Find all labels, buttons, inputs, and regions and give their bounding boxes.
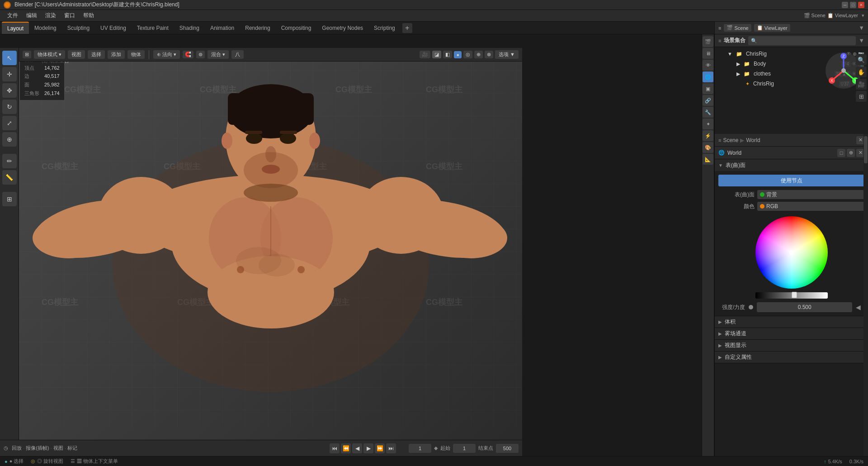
- tab-shading[interactable]: Shading: [174, 22, 205, 34]
- render-mode-button[interactable]: 🎥: [420, 51, 430, 58]
- tab-compositing[interactable]: Compositing: [276, 22, 317, 34]
- props-tab-physics[interactable]: ⚡: [703, 130, 713, 141]
- step-back-button[interactable]: ⏪: [341, 443, 351, 453]
- props-tab-render[interactable]: 🎬: [703, 36, 713, 47]
- add-workspace-button[interactable]: +: [402, 23, 412, 33]
- breadcrumb-world[interactable]: World: [746, 137, 760, 143]
- intensity-input[interactable]: [757, 302, 852, 312]
- menu-item-render[interactable]: 渲染: [42, 11, 60, 20]
- tab-animation[interactable]: Animation: [205, 22, 240, 34]
- world-copy-btn[interactable]: ⊕: [847, 149, 855, 157]
- select-menu-button[interactable]: 选择: [88, 50, 105, 59]
- props-tab-object[interactable]: ▣: [703, 83, 713, 94]
- brightness-bar[interactable]: [755, 292, 828, 299]
- collection-view-button[interactable]: ⊞: [856, 91, 867, 102]
- tab-scripting[interactable]: Scripting: [368, 22, 401, 34]
- tl-keyframe-label[interactable]: 报像(插帧): [26, 445, 49, 452]
- props-tab-modifier[interactable]: 🔧: [703, 107, 713, 118]
- tab-modeling[interactable]: Modeling: [29, 22, 62, 34]
- fog-section-header[interactable]: ▶ 雾场通道: [715, 328, 868, 340]
- filter-button[interactable]: ▼: [859, 24, 864, 31]
- color-wheel[interactable]: [755, 216, 828, 289]
- tl-marker-label[interactable]: 标记: [67, 445, 77, 452]
- tab-uv-editing[interactable]: UV Editing: [95, 22, 132, 34]
- tl-view-label[interactable]: 视图: [53, 445, 63, 452]
- current-frame-input[interactable]: [409, 444, 431, 453]
- tool-scale[interactable]: ⤢: [2, 116, 17, 130]
- tool-annotate[interactable]: ✏: [2, 154, 17, 168]
- props-tab-view[interactable]: 👁: [703, 60, 713, 71]
- props-tab-output[interactable]: 🖥: [703, 48, 713, 59]
- start-frame-input[interactable]: [453, 444, 476, 453]
- tool-select[interactable]: ↖: [2, 51, 17, 65]
- scene-selector[interactable]: 🎬 Scene: [804, 13, 826, 19]
- menu-item-file[interactable]: 文件: [4, 11, 22, 20]
- tab-rendering[interactable]: Rendering: [240, 22, 275, 34]
- zoom-out-button[interactable]: ✋: [856, 67, 867, 77]
- surface-value[interactable]: 背景: [757, 190, 864, 199]
- view-menu-button[interactable]: 视图: [68, 50, 85, 59]
- engine-selector[interactable]: ▾: [862, 13, 864, 19]
- tool-measure[interactable]: 📏: [2, 170, 17, 185]
- viewport-overlay-button[interactable]: ⊕: [474, 51, 483, 58]
- tool-move[interactable]: ✥: [2, 83, 17, 98]
- object-mode-button[interactable]: 物体模式 ▾: [34, 50, 65, 59]
- volume-section-header[interactable]: ▶ 体积: [715, 316, 868, 328]
- play-reverse-button[interactable]: ◀: [352, 443, 362, 453]
- viewport-shading-3[interactable]: ●: [454, 51, 462, 58]
- tool-cursor[interactable]: ✛: [2, 67, 17, 81]
- scene-button[interactable]: 🎬 Scene: [724, 24, 751, 32]
- tool-add[interactable]: ⊞: [2, 192, 17, 206]
- jump-start-button[interactable]: ⏮: [330, 443, 340, 453]
- breadcrumb-scene[interactable]: Scene: [723, 137, 738, 143]
- jump-end-button[interactable]: ⏭: [386, 443, 396, 453]
- step-forward-button[interactable]: ⏩: [375, 443, 385, 453]
- viewport-mode-button[interactable]: ⊞: [23, 51, 31, 58]
- surface-section-header[interactable]: ▼ 表(曲)面: [715, 159, 868, 171]
- proportional-button[interactable]: 混合 ▾: [208, 50, 229, 59]
- color-value[interactable]: RGB: [757, 202, 864, 211]
- props-tab-data[interactable]: 📐: [703, 154, 713, 165]
- main-viewport[interactable]: CG模型主 CG模型主 CG模型主 CG模型主 CG模型主 CG模型主 CG模型…: [19, 48, 522, 456]
- menu-item-help[interactable]: 帮助: [80, 11, 98, 20]
- outliner-filter-icon[interactable]: ▼: [859, 37, 864, 44]
- tool-transform[interactable]: ⊕: [2, 132, 17, 147]
- tab-sculpting[interactable]: Sculpting: [62, 22, 95, 34]
- menu-item-window[interactable]: 窗口: [61, 11, 79, 20]
- world-new-btn[interactable]: □: [837, 149, 845, 157]
- viewlayer-selector[interactable]: 📋 ViewLayer: [827, 13, 858, 19]
- props-tab-world[interactable]: 🌐: [703, 71, 713, 82]
- viewport-shading-1[interactable]: ◪: [432, 51, 441, 58]
- object-menu-button[interactable]: 物体: [127, 50, 145, 59]
- tab-geometry-nodes[interactable]: Geometry Nodes: [316, 22, 368, 34]
- viewlayer-button[interactable]: 📋 ViewLayer: [754, 24, 790, 32]
- tab-layout[interactable]: Layout: [2, 22, 29, 34]
- outliner-search[interactable]: [748, 36, 856, 45]
- end-frame-input[interactable]: [496, 444, 519, 453]
- use-nodes-button[interactable]: 使用节点: [718, 175, 864, 186]
- minimize-button[interactable]: ─: [842, 2, 848, 8]
- snap2-button[interactable]: ⊚: [196, 51, 205, 58]
- pivot-button[interactable]: ⊕ 法向 ▾: [153, 50, 180, 59]
- customprops-section-header[interactable]: ▶ 自定义属性: [715, 352, 868, 363]
- zoom-in-button[interactable]: 🔍: [856, 54, 867, 65]
- viewport-shading-2[interactable]: ◧: [443, 51, 452, 58]
- overlay-button[interactable]: 八: [231, 50, 244, 59]
- props-tab-particles[interactable]: ✦: [703, 119, 713, 129]
- props-tab-constraints[interactable]: 🔗: [703, 95, 713, 106]
- snap-button[interactable]: 🧲: [183, 51, 193, 58]
- props-tab-material[interactable]: 🎨: [703, 142, 713, 153]
- viewport-shading-4[interactable]: ◎: [463, 51, 472, 58]
- menu-item-edit[interactable]: 编辑: [23, 11, 41, 20]
- tab-texture-paint[interactable]: Texture Paint: [132, 22, 174, 34]
- tool-rotate[interactable]: ↻: [2, 100, 17, 114]
- tl-playback-label[interactable]: 回放: [12, 445, 22, 452]
- xray-button[interactable]: ⊗: [485, 51, 493, 58]
- close-button[interactable]: ✕: [858, 2, 864, 8]
- camera-view-button[interactable]: 🎥: [856, 79, 867, 90]
- options-button[interactable]: 选项 ▼: [495, 50, 519, 59]
- maximize-button[interactable]: □: [850, 2, 856, 8]
- add-menu-button[interactable]: 添加: [108, 50, 125, 59]
- play-button[interactable]: ▶: [363, 443, 373, 453]
- viewdisplay-section-header[interactable]: ▶ 视图显示: [715, 340, 868, 352]
